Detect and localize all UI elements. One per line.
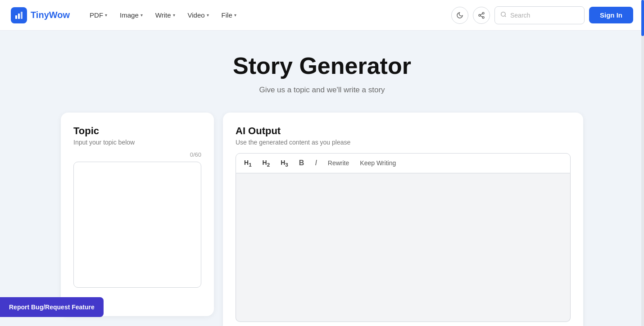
chevron-down-icon: ▾ bbox=[173, 13, 175, 18]
h1-button[interactable]: H1 bbox=[242, 158, 254, 168]
nav-item-write[interactable]: Write ▾ bbox=[150, 8, 181, 23]
chevron-down-icon: ▾ bbox=[141, 13, 143, 18]
char-count: 0/60 bbox=[73, 151, 201, 158]
svg-point-4 bbox=[479, 14, 481, 16]
chevron-down-icon: ▾ bbox=[234, 13, 236, 18]
scrollbar-track bbox=[641, 0, 644, 326]
ai-card-title: AI Output bbox=[236, 125, 571, 137]
bold-button[interactable]: B bbox=[297, 158, 306, 168]
ai-output-card: AI Output Use the generated content as y… bbox=[223, 113, 583, 326]
topic-card-subtitle: Input your topic below bbox=[73, 139, 201, 146]
h2-button[interactable]: H2 bbox=[261, 158, 272, 168]
page-subtitle: Give us a topic and we'll write a story bbox=[61, 86, 583, 95]
ai-card-subtitle: Use the generated content as you please bbox=[236, 139, 571, 146]
svg-point-5 bbox=[482, 16, 484, 18]
search-input[interactable] bbox=[510, 12, 579, 19]
nav-item-image[interactable]: Image ▾ bbox=[114, 8, 148, 23]
navbar: TinyWow PDF ▾ Image ▾ Write ▾ Video ▾ Fi… bbox=[0, 0, 644, 31]
svg-rect-1 bbox=[18, 14, 20, 19]
share-button[interactable] bbox=[473, 7, 490, 24]
logo-link[interactable]: TinyWow bbox=[11, 7, 70, 23]
svg-point-3 bbox=[482, 12, 484, 14]
rewrite-button[interactable]: Rewrite bbox=[326, 158, 351, 168]
svg-line-6 bbox=[481, 16, 483, 17]
logo-text: TinyWow bbox=[31, 10, 70, 20]
scrollbar-thumb[interactable] bbox=[641, 0, 644, 36]
svg-point-8 bbox=[501, 12, 505, 16]
svg-line-7 bbox=[481, 14, 483, 15]
cards-row: Topic Input your topic below 0/60 Paragr… bbox=[61, 113, 583, 326]
keep-writing-button[interactable]: Keep Writing bbox=[358, 158, 398, 168]
svg-rect-2 bbox=[21, 12, 23, 19]
topic-card: Topic Input your topic below 0/60 Paragr… bbox=[61, 113, 214, 316]
nav-item-file[interactable]: File ▾ bbox=[216, 8, 242, 23]
search-box[interactable] bbox=[494, 6, 585, 24]
chevron-down-icon: ▾ bbox=[207, 13, 209, 18]
nav-menu: PDF ▾ Image ▾ Write ▾ Video ▾ File ▾ bbox=[84, 8, 451, 23]
italic-button[interactable]: I bbox=[313, 158, 318, 168]
svg-rect-0 bbox=[15, 15, 17, 19]
topic-textarea[interactable] bbox=[73, 162, 201, 288]
nav-item-video[interactable]: Video ▾ bbox=[182, 8, 214, 23]
nav-item-pdf[interactable]: PDF ▾ bbox=[84, 8, 113, 23]
main-content: Story Generator Give us a topic and we'l… bbox=[52, 31, 592, 326]
h3-button[interactable]: H3 bbox=[279, 158, 290, 168]
chevron-down-icon: ▾ bbox=[105, 13, 107, 18]
logo-icon bbox=[11, 7, 27, 23]
dark-mode-toggle[interactable] bbox=[451, 7, 468, 24]
topic-card-title: Topic bbox=[73, 125, 201, 137]
search-icon bbox=[500, 11, 507, 19]
output-area[interactable] bbox=[236, 173, 571, 322]
page-title: Story Generator bbox=[61, 52, 583, 79]
report-bug-button[interactable]: Report Bug/Request Feature bbox=[0, 297, 104, 317]
nav-actions: Sign In bbox=[451, 6, 633, 24]
sign-in-button[interactable]: Sign In bbox=[589, 7, 633, 23]
editor-toolbar: H1 H2 H3 B I Rewrite Keep Writing bbox=[236, 153, 571, 173]
